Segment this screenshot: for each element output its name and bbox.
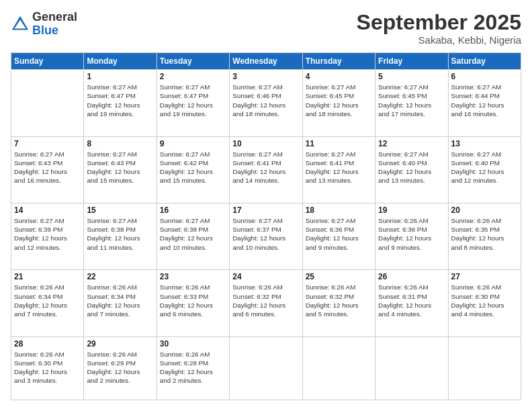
logo-icon: [11, 15, 30, 34]
day-number: 19: [378, 205, 445, 215]
day-info: Sunrise: 6:26 AM Sunset: 6:30 PM Dayligh…: [451, 283, 518, 318]
calendar-cell: 5Sunrise: 6:27 AM Sunset: 6:45 PM Daylig…: [375, 70, 448, 136]
page: General Blue September 2025 Sakaba, Kebb…: [0, 0, 532, 411]
calendar-cell: 14Sunrise: 6:27 AM Sunset: 6:39 PM Dayli…: [11, 203, 84, 269]
calendar-cell: 29Sunrise: 6:26 AM Sunset: 6:29 PM Dayli…: [84, 336, 157, 400]
day-number: 3: [232, 72, 299, 81]
calendar-cell: [375, 336, 448, 400]
day-info: Sunrise: 6:27 AM Sunset: 6:43 PM Dayligh…: [87, 150, 153, 185]
calendar-cell: 21Sunrise: 6:26 AM Sunset: 6:34 PM Dayli…: [11, 270, 84, 336]
calendar-day-header: Saturday: [448, 53, 521, 70]
day-info: Sunrise: 6:27 AM Sunset: 6:47 PM Dayligh…: [160, 83, 226, 118]
day-info: Sunrise: 6:27 AM Sunset: 6:45 PM Dayligh…: [306, 83, 372, 118]
day-number: 15: [87, 205, 153, 215]
calendar-day-header: Friday: [375, 53, 448, 70]
day-info: Sunrise: 6:27 AM Sunset: 6:45 PM Dayligh…: [378, 83, 445, 118]
calendar-cell: 24Sunrise: 6:26 AM Sunset: 6:32 PM Dayli…: [230, 270, 302, 336]
calendar-week-row: 7Sunrise: 6:27 AM Sunset: 6:43 PM Daylig…: [11, 136, 521, 203]
logo-blue: Blue: [32, 24, 77, 38]
calendar-cell: 17Sunrise: 6:27 AM Sunset: 6:37 PM Dayli…: [230, 203, 302, 269]
calendar-cell: 30Sunrise: 6:26 AM Sunset: 6:28 PM Dayli…: [157, 336, 229, 400]
month-year: September 2025: [357, 11, 521, 34]
calendar-cell: 3Sunrise: 6:27 AM Sunset: 6:46 PM Daylig…: [230, 70, 302, 136]
day-info: Sunrise: 6:26 AM Sunset: 6:32 PM Dayligh…: [306, 283, 372, 318]
calendar-cell: 18Sunrise: 6:27 AM Sunset: 6:36 PM Dayli…: [302, 203, 375, 269]
day-number: 18: [306, 205, 372, 215]
day-number: 12: [378, 139, 445, 148]
day-info: Sunrise: 6:26 AM Sunset: 6:29 PM Dayligh…: [87, 350, 153, 385]
day-info: Sunrise: 6:27 AM Sunset: 6:46 PM Dayligh…: [232, 83, 299, 118]
day-info: Sunrise: 6:26 AM Sunset: 6:28 PM Dayligh…: [160, 350, 226, 385]
day-number: 11: [306, 139, 372, 148]
calendar-cell: 6Sunrise: 6:27 AM Sunset: 6:44 PM Daylig…: [448, 70, 521, 136]
calendar-cell: 23Sunrise: 6:26 AM Sunset: 6:33 PM Dayli…: [157, 270, 229, 336]
header: General Blue September 2025 Sakaba, Kebb…: [11, 11, 521, 46]
calendar-cell: 16Sunrise: 6:27 AM Sunset: 6:38 PM Dayli…: [157, 203, 229, 269]
day-number: 24: [232, 272, 299, 281]
day-number: 5: [378, 72, 445, 81]
day-number: 30: [160, 339, 226, 349]
day-info: Sunrise: 6:27 AM Sunset: 6:47 PM Dayligh…: [87, 83, 153, 118]
day-info: Sunrise: 6:26 AM Sunset: 6:34 PM Dayligh…: [14, 283, 81, 318]
day-number: 20: [451, 205, 518, 215]
calendar-cell: [448, 336, 521, 400]
day-number: 23: [160, 272, 226, 281]
logo-general: General: [32, 11, 77, 24]
location: Sakaba, Kebbi, Nigeria: [357, 34, 521, 46]
calendar-cell: 15Sunrise: 6:27 AM Sunset: 6:38 PM Dayli…: [84, 203, 157, 269]
day-info: Sunrise: 6:27 AM Sunset: 6:40 PM Dayligh…: [378, 150, 445, 185]
calendar-cell: 12Sunrise: 6:27 AM Sunset: 6:40 PM Dayli…: [375, 136, 448, 203]
calendar-header-row: SundayMondayTuesdayWednesdayThursdayFrid…: [11, 53, 521, 70]
day-info: Sunrise: 6:26 AM Sunset: 6:34 PM Dayligh…: [87, 283, 153, 318]
calendar-cell: 4Sunrise: 6:27 AM Sunset: 6:45 PM Daylig…: [302, 70, 375, 136]
day-info: Sunrise: 6:27 AM Sunset: 6:40 PM Dayligh…: [451, 150, 518, 185]
calendar-cell: 20Sunrise: 6:26 AM Sunset: 6:35 PM Dayli…: [448, 203, 521, 269]
day-info: Sunrise: 6:26 AM Sunset: 6:33 PM Dayligh…: [160, 283, 226, 318]
day-info: Sunrise: 6:27 AM Sunset: 6:37 PM Dayligh…: [232, 216, 299, 252]
day-info: Sunrise: 6:27 AM Sunset: 6:41 PM Dayligh…: [232, 150, 299, 185]
day-info: Sunrise: 6:27 AM Sunset: 6:38 PM Dayligh…: [160, 216, 226, 252]
calendar-day-header: Wednesday: [230, 53, 302, 70]
day-info: Sunrise: 6:27 AM Sunset: 6:36 PM Dayligh…: [306, 216, 372, 252]
calendar-cell: 27Sunrise: 6:26 AM Sunset: 6:30 PM Dayli…: [448, 270, 521, 336]
title-block: September 2025 Sakaba, Kebbi, Nigeria: [357, 11, 521, 46]
calendar-cell: 9Sunrise: 6:27 AM Sunset: 6:42 PM Daylig…: [157, 136, 229, 203]
day-number: 21: [14, 272, 81, 281]
day-number: 2: [160, 72, 226, 81]
calendar-day-header: Tuesday: [157, 53, 229, 70]
calendar-cell: 11Sunrise: 6:27 AM Sunset: 6:41 PM Dayli…: [302, 136, 375, 203]
day-info: Sunrise: 6:27 AM Sunset: 6:44 PM Dayligh…: [451, 83, 518, 118]
calendar-cell: 8Sunrise: 6:27 AM Sunset: 6:43 PM Daylig…: [84, 136, 157, 203]
day-number: 9: [160, 139, 226, 148]
calendar-week-row: 28Sunrise: 6:26 AM Sunset: 6:30 PM Dayli…: [11, 336, 521, 400]
logo: General Blue: [11, 11, 77, 38]
day-number: 16: [160, 205, 226, 215]
day-number: 14: [14, 205, 81, 215]
day-info: Sunrise: 6:26 AM Sunset: 6:35 PM Dayligh…: [451, 216, 518, 252]
day-number: 10: [232, 139, 299, 148]
calendar-day-header: Sunday: [11, 53, 84, 70]
day-number: 13: [451, 139, 518, 148]
day-info: Sunrise: 6:27 AM Sunset: 6:38 PM Dayligh…: [87, 216, 153, 252]
day-number: 17: [232, 205, 299, 215]
calendar-cell: 22Sunrise: 6:26 AM Sunset: 6:34 PM Dayli…: [84, 270, 157, 336]
calendar-cell: 25Sunrise: 6:26 AM Sunset: 6:32 PM Dayli…: [302, 270, 375, 336]
calendar-cell: 19Sunrise: 6:26 AM Sunset: 6:36 PM Dayli…: [375, 203, 448, 269]
calendar-day-header: Monday: [84, 53, 157, 70]
day-number: 7: [14, 139, 81, 148]
day-number: 29: [87, 339, 153, 349]
calendar-cell: [302, 336, 375, 400]
day-info: Sunrise: 6:27 AM Sunset: 6:41 PM Dayligh…: [306, 150, 372, 185]
day-number: 27: [451, 272, 518, 281]
day-info: Sunrise: 6:27 AM Sunset: 6:43 PM Dayligh…: [14, 150, 81, 185]
calendar-cell: 7Sunrise: 6:27 AM Sunset: 6:43 PM Daylig…: [11, 136, 84, 203]
logo-text: General Blue: [32, 11, 77, 38]
day-number: 4: [306, 72, 372, 81]
day-number: 28: [14, 339, 81, 349]
day-number: 26: [378, 272, 445, 281]
day-number: 6: [451, 72, 518, 81]
calendar-week-row: 14Sunrise: 6:27 AM Sunset: 6:39 PM Dayli…: [11, 203, 521, 269]
calendar: SundayMondayTuesdayWednesdayThursdayFrid…: [11, 52, 521, 400]
calendar-cell: 1Sunrise: 6:27 AM Sunset: 6:47 PM Daylig…: [84, 70, 157, 136]
calendar-week-row: 1Sunrise: 6:27 AM Sunset: 6:47 PM Daylig…: [11, 70, 521, 136]
